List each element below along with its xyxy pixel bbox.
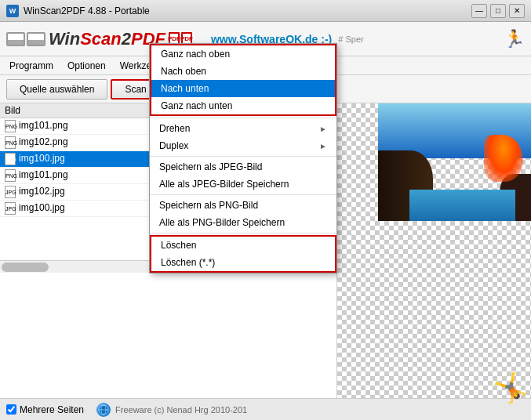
multiple-pages-label[interactable]: Mehrere Seiten: [6, 404, 84, 415]
stick-figure-bottom-icon: 🤸: [493, 371, 528, 404]
status-bar: Mehrere Seiten Freeware (c) Nenad Hrg 20…: [0, 398, 531, 420]
ctx-nach-oben[interactable]: Nach oben: [151, 63, 335, 80]
close-button[interactable]: ✕: [509, 4, 525, 18]
ctx-save-jpeg[interactable]: Speichern als JPEG-Bild: [150, 158, 336, 176]
stick-figure-icon: 🏃: [504, 29, 525, 49]
preview-image: [337, 103, 531, 404]
file-icon: JPG: [5, 186, 16, 198]
file-name-cell: PNGimg101.png: [0, 118, 154, 135]
source-button[interactable]: Quelle auswählen: [6, 79, 107, 100]
file-name-cell: PNGimg101.png: [0, 168, 154, 184]
hashtag-label: # Sper: [338, 34, 363, 44]
ctx-ganz-nach-oben[interactable]: Ganz nach oben: [151, 45, 335, 63]
ctx-ganz-nach-unten[interactable]: Ganz nach unten: [151, 97, 335, 114]
ctx-duplex[interactable]: Duplex ►: [150, 137, 336, 154]
maximize-button[interactable]: □: [490, 4, 506, 18]
ctx-loeschen-all[interactable]: Löschen (*.*): [151, 254, 335, 271]
ctx-save-all-png[interactable]: Alle als PNG-Bilder Speichern: [150, 214, 336, 231]
freeware-text: Freeware (c) Nenad Hrg 2010-201: [115, 405, 247, 415]
logo-2: 2: [122, 29, 131, 49]
menu-optionen[interactable]: Optionen: [61, 59, 112, 73]
photo-preview: [378, 103, 531, 221]
ctx-save-png[interactable]: Speichern als PNG-Bild: [150, 197, 336, 214]
file-name-cell: JPGimg100.jpg: [0, 201, 154, 217]
multiple-pages-checkbox[interactable]: [6, 404, 16, 415]
preview-panel: 🖼 Bild zeigen 📋 💾 🤸: [337, 103, 531, 420]
col-bild: Bild: [0, 103, 154, 118]
title-bar: W WinScan2PDF 4.88 - Portable — □ ✕: [0, 0, 531, 22]
logo-scan: Scan: [80, 29, 122, 49]
submenu-arrow-drehen: ►: [319, 125, 327, 133]
file-icon: JPG: [5, 202, 16, 215]
file-name-cell: PNGimg102.png: [0, 135, 154, 151]
ctx-save-all-jpeg[interactable]: Alle als JPEG-Bilder Speichern: [150, 176, 336, 193]
window-title: WinScan2PDF 4.88 - Portable: [24, 5, 150, 16]
submenu-arrow-duplex: ►: [319, 142, 327, 150]
ctx-drehen[interactable]: Drehen ►: [150, 120, 336, 137]
file-icon: PNG: [5, 136, 16, 149]
app-icon: W: [6, 5, 19, 17]
ctx-nach-unten[interactable]: Nach unten: [151, 80, 335, 97]
file-name-cell: JPGimg100.jpg: [0, 151, 154, 168]
context-menu: Ganz nach oben Nach oben Nach unten Ganz…: [149, 43, 337, 273]
logo-win: Win: [49, 29, 80, 49]
globe-icon: [96, 403, 111, 417]
file-name-cell: JPGimg102.jpg: [0, 184, 154, 201]
file-icon: JPG: [5, 153, 16, 165]
minimize-button[interactable]: —: [471, 4, 487, 18]
file-icon: PNG: [5, 169, 16, 182]
menu-programm[interactable]: Programm: [3, 59, 60, 73]
file-icon: PNG: [5, 120, 16, 132]
ctx-loeschen[interactable]: Löschen: [151, 237, 335, 254]
